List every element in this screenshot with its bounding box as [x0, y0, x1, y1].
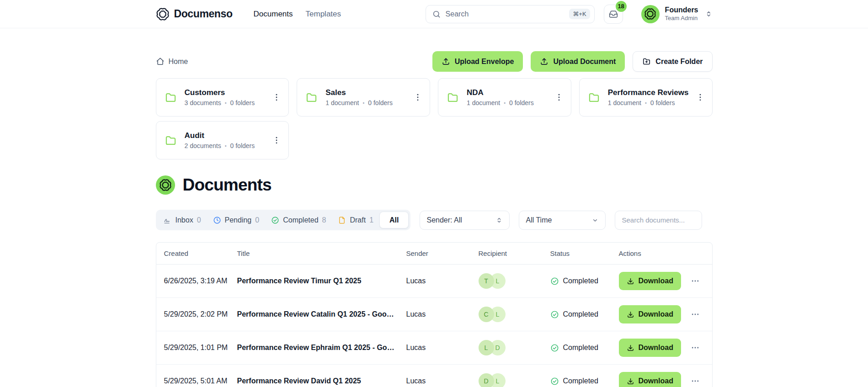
- team-avatar-icon: [644, 8, 656, 20]
- row-menu-button[interactable]: [691, 376, 700, 386]
- breadcrumb-home[interactable]: Home: [156, 57, 188, 66]
- chevron-down-icon: [591, 217, 599, 224]
- upload-document-button[interactable]: Upload Document: [531, 51, 625, 72]
- status-badge: Completed: [550, 377, 619, 386]
- team-name: Founders: [665, 5, 698, 15]
- search-placeholder: Search: [446, 10, 469, 18]
- folder-name: Audit: [185, 131, 255, 140]
- meta-separator: •: [362, 100, 364, 106]
- folder-subfolder-count: 0 folders: [230, 99, 255, 106]
- check-circle-icon: [271, 216, 279, 224]
- folder-icon: [165, 91, 177, 104]
- main-nav: DocumentsTemplates: [254, 10, 341, 19]
- meta-separator: •: [225, 100, 227, 106]
- folder-subfolder-count: 0 folders: [650, 99, 675, 106]
- folder-menu-button[interactable]: [696, 93, 705, 102]
- folder-menu-button[interactable]: [272, 93, 281, 102]
- tab-pending[interactable]: Pending0: [207, 212, 266, 228]
- column-header-status: Status: [550, 243, 619, 265]
- tab-label: Draft: [350, 216, 366, 224]
- cell-recipients: CL: [479, 307, 550, 322]
- documents-section-header: Documents: [156, 175, 713, 195]
- tab-inbox[interactable]: Inbox0: [158, 212, 207, 228]
- folder-menu-button[interactable]: [554, 93, 564, 102]
- nav-documents[interactable]: Documents: [254, 10, 293, 19]
- download-button[interactable]: Download: [619, 372, 681, 387]
- download-button[interactable]: Download: [619, 272, 681, 290]
- search-shortcut-badge: ⌘+K: [569, 9, 590, 19]
- folder-card[interactable]: Customers 3 documents • 0 folders: [156, 78, 289, 117]
- documents-search-input[interactable]: [615, 211, 702, 230]
- tab-count: 0: [255, 216, 259, 224]
- profile-menu[interactable]: Founders Team Admin: [641, 5, 713, 23]
- cell-recipients: LD: [479, 340, 550, 355]
- tab-count: 0: [197, 216, 201, 224]
- download-button[interactable]: Download: [619, 305, 681, 323]
- global-search[interactable]: Search ⌘+K: [426, 5, 595, 23]
- table-row[interactable]: 5/29/2025, 5:01 AM Performance Review Da…: [156, 365, 712, 387]
- folder-doc-count: 2 documents: [185, 142, 221, 149]
- team-role: Team Admin: [665, 15, 698, 22]
- meta-separator: •: [645, 100, 647, 106]
- folder-menu-button[interactable]: [272, 136, 281, 145]
- status-label: Completed: [563, 344, 598, 352]
- cell-created: 6/26/2025, 3:19 AM: [156, 265, 237, 298]
- app-header: Documenso DocumentsTemplates Search ⌘+K …: [0, 0, 868, 28]
- tab-label: All: [389, 216, 399, 224]
- breadcrumb-home-label: Home: [169, 58, 188, 66]
- folder-meta: 1 document • 0 folders: [467, 99, 534, 106]
- column-header-sender: Sender: [406, 243, 479, 265]
- home-icon: [156, 57, 165, 66]
- table-row[interactable]: 6/26/2025, 3:19 AM Performance Review Ti…: [156, 265, 712, 298]
- upload-icon: [442, 57, 450, 66]
- upload-envelope-label: Upload Envelope: [455, 58, 514, 66]
- row-menu-button[interactable]: [691, 276, 700, 286]
- tab-label: Inbox: [176, 216, 193, 224]
- status-badge: Completed: [550, 310, 619, 319]
- folder-subfolder-count: 0 folders: [509, 99, 534, 106]
- upload-envelope-button[interactable]: Upload Envelope: [432, 51, 523, 72]
- row-menu-button[interactable]: [691, 343, 700, 352]
- folder-card[interactable]: Sales 1 document • 0 folders: [297, 78, 430, 117]
- tab-label: Pending: [225, 216, 252, 224]
- tab-completed[interactable]: Completed8: [265, 212, 332, 228]
- meta-separator: •: [225, 143, 227, 148]
- sender-filter-select[interactable]: Sender: All: [420, 211, 510, 230]
- status-badge: Completed: [550, 277, 619, 286]
- folder-name: Performance Reviews: [608, 88, 689, 97]
- brand-logo[interactable]: Documenso: [156, 7, 233, 21]
- table-row[interactable]: 5/29/2025, 1:01 PM Performance Review Ep…: [156, 331, 712, 365]
- download-button[interactable]: Download: [619, 339, 681, 357]
- row-menu-button[interactable]: [691, 310, 700, 319]
- folder-card[interactable]: Audit 2 documents • 0 folders: [156, 121, 289, 159]
- folder-card[interactable]: NDA 1 document • 0 folders: [438, 78, 571, 117]
- tab-all[interactable]: All: [379, 212, 409, 228]
- period-filter-value: All Time: [526, 216, 552, 224]
- download-label: Download: [639, 310, 673, 318]
- cell-title: Performance Review David Q1 2025: [237, 365, 406, 387]
- period-filter-select[interactable]: All Time: [519, 211, 606, 230]
- nav-templates[interactable]: Templates: [306, 10, 341, 19]
- inbox-button[interactable]: 18: [604, 5, 623, 24]
- upload-document-label: Upload Document: [553, 58, 616, 66]
- tab-draft[interactable]: Draft1: [332, 212, 379, 228]
- chevrons-up-down-icon: [495, 217, 503, 224]
- cell-created: 5/29/2025, 1:01 PM: [156, 331, 237, 365]
- tab-count: 1: [369, 216, 373, 224]
- documents-controls: Inbox0Pending0Completed8Draft1All Sender…: [156, 210, 713, 230]
- folder-menu-button[interactable]: [413, 93, 422, 102]
- check-circle-icon: [550, 277, 559, 286]
- inbox-count-badge: 18: [616, 1, 627, 12]
- folder-icon: [588, 91, 600, 104]
- folder-icon: [447, 91, 459, 104]
- create-folder-label: Create Folder: [655, 58, 703, 66]
- brand-name: Documenso: [174, 8, 233, 20]
- tab-count: 8: [322, 216, 326, 224]
- folder-doc-count: 1 document: [325, 99, 359, 106]
- table-row[interactable]: 5/29/2025, 2:02 PM Performance Review Ca…: [156, 298, 712, 331]
- folder-grid: Customers 3 documents • 0 folders Sales …: [156, 78, 713, 159]
- folder-card[interactable]: Performance Reviews 1 document • 0 folde…: [579, 78, 713, 117]
- status-tabs: Inbox0Pending0Completed8Draft1All: [156, 210, 411, 230]
- meta-separator: •: [504, 100, 506, 106]
- create-folder-button[interactable]: Create Folder: [633, 51, 712, 72]
